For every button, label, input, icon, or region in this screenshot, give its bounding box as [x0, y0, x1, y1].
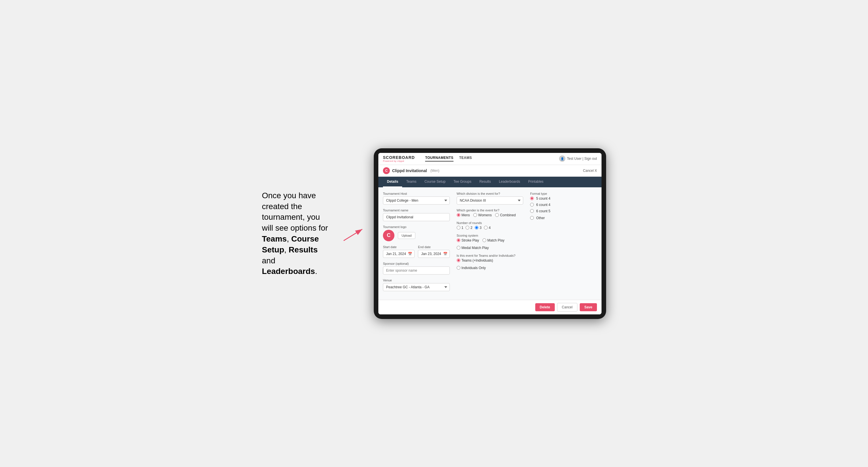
logo-preview: C: [383, 230, 395, 241]
scoring-stroke-radio[interactable]: [457, 238, 460, 242]
format-other-label: Other: [536, 216, 545, 220]
calendar-end-icon: 📅: [443, 252, 447, 256]
gender-radio-group: Mens Womens Combined: [457, 213, 524, 217]
upload-button[interactable]: Upload: [398, 232, 415, 239]
format-6count4-option[interactable]: 6 count 4: [530, 203, 597, 207]
save-button[interactable]: Save: [580, 303, 597, 311]
tournament-name-label: Tournament name: [383, 209, 450, 212]
start-date-label: Start date: [383, 245, 414, 249]
tabs-bar: Details Teams Course Setup Tee Groups Re…: [378, 177, 601, 187]
start-date-group: Start date 📅: [383, 245, 414, 258]
gender-mens-option[interactable]: Mens: [457, 213, 470, 217]
rounds-4-radio[interactable]: [484, 226, 488, 229]
individuals-only-radio[interactable]: [457, 266, 460, 270]
tournament-host-select[interactable]: Clippd College - Men: [383, 196, 450, 205]
tournament-title-row: C Clippd Invitational (Men): [383, 167, 439, 174]
gender-mens-label: Mens: [462, 213, 470, 217]
sponsor-input[interactable]: [383, 267, 450, 275]
rounds-4-option[interactable]: 4: [484, 226, 491, 230]
format-other-option[interactable]: Other: [530, 216, 597, 220]
sponsor-label: Sponsor (optional): [383, 262, 450, 266]
form-left-col: Tournament Host Clippd College - Men Tou…: [383, 192, 450, 295]
nav-teams[interactable]: TEAMS: [459, 156, 472, 161]
cancel-button[interactable]: Cancel: [557, 303, 578, 312]
svg-line-1: [344, 229, 362, 241]
scoring-medal-option[interactable]: Medal Match Play: [457, 246, 489, 250]
sidebar-text: Once you have created the tournament, yo…: [262, 190, 331, 277]
scoring-match-option[interactable]: Match Play: [483, 238, 504, 242]
rounds-1-radio[interactable]: [457, 226, 460, 229]
individuals-only-option[interactable]: Individuals Only: [457, 266, 486, 270]
individuals-only-label: Individuals Only: [462, 266, 486, 270]
rounds-2-option[interactable]: 2: [466, 226, 472, 230]
date-row: Start date 📅 End date 📅: [383, 245, 450, 258]
tab-teams[interactable]: Teams: [402, 177, 420, 187]
calendar-icon: 📅: [408, 252, 412, 256]
gender-womens-label: Womens: [478, 213, 492, 217]
tournament-host-label: Tournament Host: [383, 192, 450, 195]
teams-radio-group: Teams (+Individuals) Individuals Only: [457, 258, 524, 270]
rounds-4-label: 4: [489, 226, 491, 230]
scoring-group: Scoring system Stroke Play Match Play: [457, 234, 524, 250]
end-date-group: End date 📅: [418, 245, 450, 258]
logo-area: SCOREBOARD Powered by clippd: [383, 155, 415, 162]
gender-mens-radio[interactable]: [457, 213, 460, 217]
venue-select[interactable]: Peachtree GC - Atlanta - GA: [383, 283, 450, 291]
nav-tournaments[interactable]: TOURNAMENTS: [425, 156, 454, 161]
action-row: Delete Cancel Save: [378, 300, 601, 314]
gender-combined-option[interactable]: Combined: [495, 213, 516, 217]
format-6count5-option[interactable]: 6 count 5: [530, 209, 597, 213]
scoring-match-radio[interactable]: [483, 238, 486, 242]
delete-button[interactable]: Delete: [535, 303, 555, 311]
user-area: 👤 Test User | Sign out: [559, 155, 597, 162]
teams-individuals-radio[interactable]: [457, 258, 460, 262]
user-label[interactable]: Test User | Sign out: [567, 157, 597, 161]
rounds-2-radio[interactable]: [466, 226, 469, 229]
tournament-logo-group: Tournament logo C Upload: [383, 225, 450, 241]
end-date-wrap: 📅: [418, 250, 450, 258]
tab-course-setup[interactable]: Course Setup: [421, 177, 450, 187]
sponsor-group: Sponsor (optional): [383, 262, 450, 275]
rounds-2-label: 2: [470, 226, 472, 230]
rounds-radio-group: 1 2 3 4: [457, 226, 524, 230]
logo-text: SCOREBOARD: [383, 155, 415, 160]
gender-womens-radio[interactable]: [473, 213, 477, 217]
scoring-medal-radio[interactable]: [457, 246, 460, 250]
format-5count4-option[interactable]: 5 count 4: [530, 196, 597, 200]
venue-label: Venue: [383, 279, 450, 282]
division-label: Which division is the event for?: [457, 192, 524, 195]
scoring-stroke-option[interactable]: Stroke Play: [457, 238, 479, 242]
tournament-name-input[interactable]: [383, 213, 450, 221]
scoring-label: Scoring system: [457, 234, 524, 237]
dates-group: Start date 📅 End date 📅: [383, 245, 450, 258]
tab-details[interactable]: Details: [383, 177, 402, 187]
tab-results[interactable]: Results: [475, 177, 495, 187]
rounds-3-option[interactable]: 3: [475, 226, 482, 230]
division-select[interactable]: NCAA Division III: [457, 196, 524, 205]
teams-individuals-option[interactable]: Teams (+Individuals): [457, 258, 493, 262]
nav-links: TOURNAMENTS TEAMS: [425, 156, 553, 161]
format-6count4-radio[interactable]: [530, 203, 534, 207]
rounds-1-option[interactable]: 1: [457, 226, 464, 230]
scoring-stroke-label: Stroke Play: [462, 238, 479, 242]
form-middle-col: Which division is the event for? NCAA Di…: [457, 192, 524, 295]
form-right-col: Format type 5 count 4 6 count 4: [530, 192, 597, 295]
tab-leaderboards[interactable]: Leaderboards: [495, 177, 524, 187]
format-5count4-radio[interactable]: [530, 196, 534, 200]
tournament-name: Clippd Invitational: [392, 168, 427, 173]
cancel-top-button[interactable]: Cancel X: [583, 169, 597, 173]
format-6count5-radio[interactable]: [530, 209, 534, 213]
tab-tee-groups[interactable]: Tee Groups: [450, 177, 475, 187]
scoring-match-label: Match Play: [487, 238, 504, 242]
form-area: Tournament Host Clippd College - Men Tou…: [378, 187, 601, 300]
format-6count4-label: 6 count 4: [536, 203, 550, 207]
rounds-3-label: 3: [479, 226, 482, 230]
user-avatar: 👤: [559, 155, 565, 162]
gender-combined-radio[interactable]: [495, 213, 499, 217]
rounds-3-radio[interactable]: [475, 226, 478, 229]
format-other-radio[interactable]: [530, 216, 534, 220]
tab-printables[interactable]: Printables: [524, 177, 547, 187]
venue-group: Venue Peachtree GC - Atlanta - GA: [383, 279, 450, 291]
tournament-name-group: Tournament name: [383, 209, 450, 221]
gender-womens-option[interactable]: Womens: [473, 213, 492, 217]
